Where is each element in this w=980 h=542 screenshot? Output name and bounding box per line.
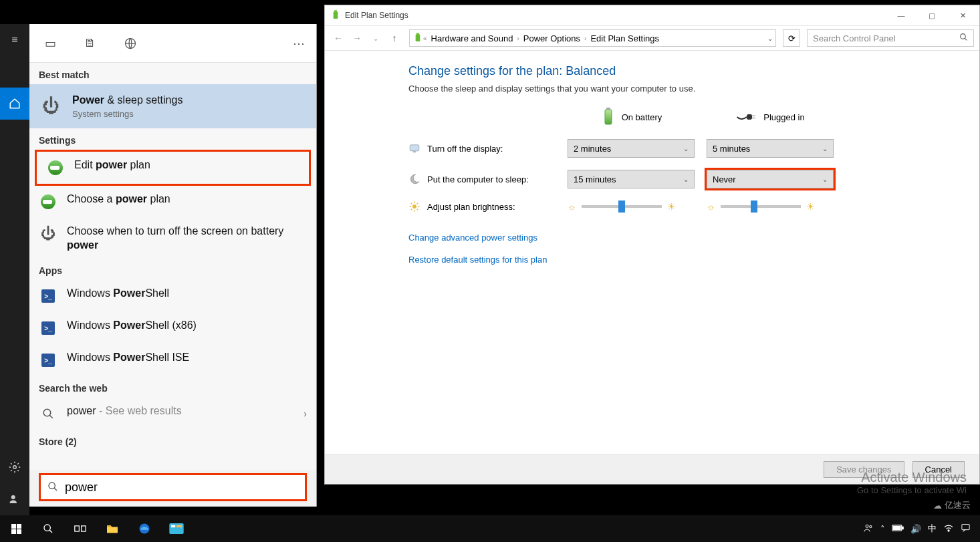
- battery-tray-icon[interactable]: [892, 524, 904, 534]
- search-button[interactable]: [32, 515, 64, 542]
- svg-rect-36: [176, 525, 182, 528]
- cortana-left-rail: ≡: [0, 24, 29, 515]
- svg-rect-9: [416, 34, 420, 41]
- sleep-battery-select[interactable]: 15 minutes⌄: [568, 170, 695, 188]
- search-input[interactable]: [65, 481, 298, 495]
- powershell-icon: >_: [39, 319, 57, 337]
- result-web-search[interactable]: power - See web results ›: [29, 398, 316, 430]
- svg-rect-13: [605, 110, 612, 124]
- svg-rect-41: [893, 526, 900, 529]
- restore-defaults-link[interactable]: Restore default settings for this plan: [408, 255, 896, 265]
- refresh-button[interactable]: ⟳: [783, 29, 800, 47]
- edge-button[interactable]: [128, 515, 160, 542]
- search-placeholder: Search Control Panel: [813, 33, 896, 43]
- close-button[interactable]: ✕: [947, 5, 978, 25]
- result-powershell-x86[interactable]: >_ Windows PowerShell (x86): [29, 312, 316, 344]
- breadcrumb-edit-plan[interactable]: Edit Plan Settings: [586, 33, 663, 43]
- svg-rect-35: [171, 525, 175, 528]
- ime-icon[interactable]: 中: [928, 523, 937, 535]
- power-icon: ⏻: [39, 225, 57, 243]
- result-edit-power-plan[interactable]: Edit power plan: [35, 150, 311, 186]
- advanced-settings-link[interactable]: Change advanced power settings: [408, 233, 896, 243]
- section-web: Search the web: [29, 376, 316, 398]
- web-filter-icon[interactable]: [120, 33, 140, 53]
- svg-point-38: [870, 525, 872, 527]
- search-icon: [959, 33, 968, 43]
- result-powershell[interactable]: >_ Windows PowerShell: [29, 280, 316, 312]
- chevron-down-icon: ⌄: [683, 176, 689, 183]
- system-tray[interactable]: ˄ 🔊 中: [854, 523, 980, 535]
- page-subtitle: Choose the sleep and display settings th…: [408, 84, 896, 94]
- svg-rect-14: [606, 108, 610, 110]
- section-store: Store (2): [29, 430, 316, 451]
- search-input-container[interactable]: [39, 473, 307, 501]
- svg-point-1: [11, 495, 15, 499]
- chevron-right-icon: ›: [303, 408, 307, 419]
- windows-search-panel: ▭ 🗎 ⋯ Best match ⏻ Power & sleep setting…: [29, 24, 317, 507]
- display-battery-select[interactable]: 2 minutes⌄: [568, 139, 695, 158]
- activate-windows-watermark: Activate Windows Go to Settings to activ…: [857, 470, 967, 495]
- window-titlebar[interactable]: Edit Plan Settings — ▢ ✕: [325, 5, 979, 25]
- minimize-button[interactable]: —: [886, 5, 916, 25]
- svg-line-28: [417, 203, 418, 205]
- pinned-app-button[interactable]: [160, 515, 193, 542]
- display-plugged-select[interactable]: 5 minutes⌄: [707, 139, 834, 158]
- breadcrumb-power-options[interactable]: Power Options: [519, 33, 584, 43]
- search-icon: [47, 481, 58, 494]
- window-title: Edit Plan Settings: [345, 11, 408, 20]
- task-view-button[interactable]: [64, 515, 96, 542]
- section-best-match: Best match: [29, 63, 316, 84]
- power-plan-icon: [46, 158, 65, 177]
- back-button[interactable]: ←: [330, 30, 346, 46]
- breadcrumb-hardware-sound[interactable]: Hardware and Sound: [427, 33, 517, 43]
- start-button[interactable]: [0, 515, 32, 542]
- up-button[interactable]: ↑: [386, 30, 402, 46]
- chevron-down-icon: ⌄: [822, 176, 828, 183]
- brightness-plugged-slider[interactable]: ☼ ☀: [707, 201, 834, 212]
- svg-line-25: [411, 203, 412, 205]
- search-control-panel[interactable]: Search Control Panel: [807, 29, 974, 47]
- documents-filter-icon[interactable]: 🗎: [80, 33, 100, 53]
- recent-locations-button[interactable]: ⌄: [368, 30, 384, 46]
- brand-watermark: ☁亿速云: [933, 499, 971, 511]
- home-icon[interactable]: [0, 88, 29, 120]
- more-filters-icon[interactable]: ⋯: [293, 36, 305, 51]
- gear-icon[interactable]: [0, 451, 29, 483]
- section-apps: Apps: [29, 259, 316, 280]
- svg-point-20: [412, 205, 416, 209]
- svg-point-3: [43, 410, 51, 417]
- feedback-icon[interactable]: [0, 483, 29, 515]
- battery-icon: [412, 32, 423, 45]
- result-turn-off-screen[interactable]: ⏻ Choose when to turn off the screen on …: [29, 218, 316, 259]
- hamburger-icon[interactable]: ≡: [0, 24, 29, 56]
- result-powershell-ise[interactable]: >_ Windows PowerShell ISE: [29, 344, 316, 376]
- action-center-icon[interactable]: [961, 523, 971, 535]
- address-bar[interactable]: « Hardware and Sound › Power Options › E…: [409, 29, 776, 47]
- forward-button[interactable]: →: [349, 30, 365, 46]
- svg-rect-40: [902, 527, 904, 529]
- result-power-sleep-settings[interactable]: ⏻ Power & sleep settings System settings: [29, 84, 316, 128]
- sleep-plugged-select[interactable]: Never⌄: [707, 170, 834, 188]
- chevron-down-icon[interactable]: ⌄: [767, 35, 773, 42]
- svg-point-37: [866, 525, 868, 527]
- svg-rect-18: [410, 145, 419, 151]
- volume-icon[interactable]: 🔊: [910, 524, 921, 534]
- maximize-button[interactable]: ▢: [916, 5, 947, 25]
- result-choose-power-plan[interactable]: Choose a power plan: [29, 186, 316, 218]
- search-icon: [39, 404, 57, 423]
- svg-rect-7: [334, 11, 338, 19]
- powershell-icon: >_: [39, 351, 57, 370]
- svg-line-26: [417, 209, 418, 211]
- svg-line-6: [54, 488, 57, 491]
- plugged-in-column: Plugged in: [707, 112, 834, 122]
- svg-rect-8: [334, 10, 337, 11]
- apps-filter-icon[interactable]: ▭: [40, 33, 60, 53]
- file-explorer-button[interactable]: [96, 515, 128, 542]
- svg-point-5: [49, 483, 55, 489]
- svg-point-11: [961, 34, 966, 39]
- svg-line-4: [49, 416, 53, 419]
- tray-expand-icon[interactable]: ˄: [880, 524, 885, 534]
- brightness-battery-slider[interactable]: ☼ ☀: [568, 201, 695, 212]
- wifi-icon[interactable]: [943, 523, 954, 535]
- people-icon[interactable]: [863, 523, 874, 535]
